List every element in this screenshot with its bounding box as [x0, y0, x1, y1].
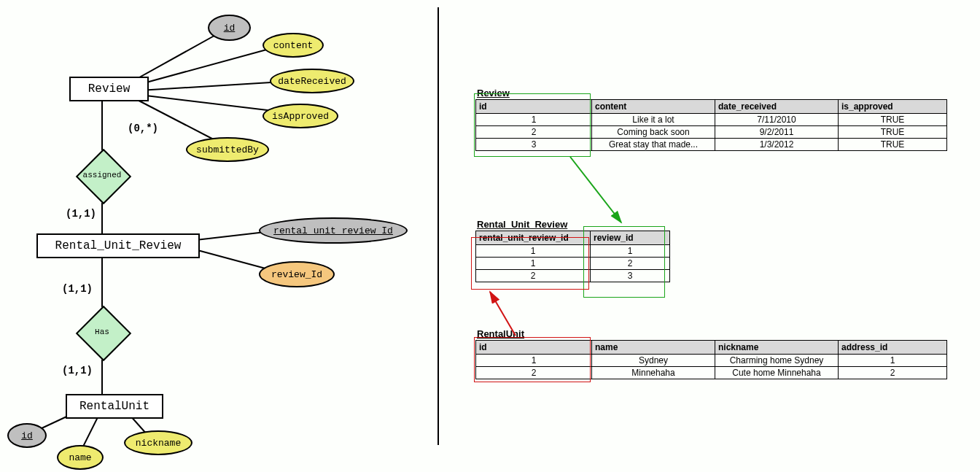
col-header: content: [592, 100, 715, 114]
col-header: id: [476, 341, 592, 355]
col-header: review_id: [591, 231, 670, 245]
attr-ru-name: name: [57, 445, 104, 470]
col-header: id: [476, 100, 592, 114]
table-row: 1 2: [476, 258, 670, 270]
table-row: 2 Coming back soon 9/2/2011 TRUE: [476, 126, 947, 139]
cell: TRUE: [839, 139, 947, 151]
cell: Sydney: [592, 355, 715, 367]
cell: Great stay that made...: [592, 139, 715, 151]
er-diagram-pane: Review Rental_Unit_Review RentalUnit ass…: [0, 0, 438, 472]
table-rur: rental_unit_review_id review_id 1 1 1 2 …: [475, 231, 670, 282]
attr-review-fk: review_Id: [259, 261, 335, 287]
cell: 1/3/2012: [715, 139, 839, 151]
cardinality-has-ru: (1,1): [62, 365, 93, 376]
col-header: nickname: [715, 341, 839, 355]
attr-ru-nickname: nickname: [124, 430, 192, 455]
cell: TRUE: [839, 114, 947, 126]
col-header: name: [592, 341, 715, 355]
relationship-has-label: Has: [95, 328, 109, 336]
cell: Cute home Minnehaha: [715, 367, 839, 379]
cell: Minnehaha: [592, 367, 715, 379]
cell: 7/11/2010: [715, 114, 839, 126]
cell: 2: [476, 126, 592, 139]
col-header: is_approved: [839, 100, 947, 114]
attr-ru-id-label: id: [21, 430, 33, 441]
cell: 1: [839, 355, 947, 367]
table-rur-title: Rental_Unit_Review: [475, 219, 670, 230]
cell: 1: [476, 245, 591, 258]
entity-rental-unit: RentalUnit: [66, 394, 163, 419]
cell: 2: [476, 270, 591, 282]
cell: Like it a lot: [592, 114, 715, 126]
attr-content-label: content: [273, 40, 314, 51]
attr-review-fk-label: review_Id: [271, 269, 322, 280]
attr-review-id: id: [208, 15, 251, 41]
attr-submitted-by-label: submittedBy: [196, 144, 259, 155]
cell: Charming home Sydney: [715, 355, 839, 367]
cell: 1: [476, 258, 591, 270]
table-review-wrap: Review id content date_received is_appro…: [475, 88, 947, 151]
cell: 3: [476, 139, 592, 151]
table-row: 1 Like it a lot 7/11/2010 TRUE: [476, 114, 947, 126]
attr-ru-id: id: [7, 423, 47, 448]
relationship-assigned-label: assigned: [83, 171, 122, 179]
attr-submitted-by: submittedBy: [186, 137, 269, 162]
table-review-title: Review: [475, 88, 947, 98]
table-review: id content date_received is_approved 1 L…: [475, 99, 947, 151]
attr-rur-id: rental_unit_review_Id: [259, 217, 408, 244]
attr-is-approved-label: isApproved: [272, 111, 329, 122]
table-rentalunit-wrap: RentalUnit id name nickname address_id 1…: [475, 328, 947, 379]
svg-line-0: [128, 29, 226, 84]
relationship-assigned: assigned: [77, 150, 128, 201]
cell: 2: [476, 367, 592, 379]
cell: 1: [476, 355, 592, 367]
cell: 9/2/2011: [715, 126, 839, 139]
diagram-container: Review Rental_Unit_Review RentalUnit ass…: [0, 0, 980, 472]
tables-pane: Review id content date_received is_appro…: [439, 0, 980, 472]
table-row-header: id name nickname address_id: [476, 341, 947, 355]
attr-content: content: [262, 33, 324, 58]
entity-rental-unit-review: Rental_Unit_Review: [36, 233, 200, 258]
cell: 2: [591, 258, 670, 270]
cardinality-assigned-rur: (1,1): [66, 208, 96, 220]
attr-date-received: dateReceived: [270, 69, 354, 93]
col-header: address_id: [839, 341, 947, 355]
cell: 2: [839, 367, 947, 379]
table-rentalunit: id name nickname address_id 1 Sydney Cha…: [475, 340, 947, 379]
cell: Coming back soon: [592, 126, 715, 139]
table-row-header: rental_unit_review_id review_id: [476, 231, 670, 245]
table-row: 3 Great stay that made... 1/3/2012 TRUE: [476, 139, 947, 151]
svg-line-1: [128, 44, 288, 88]
table-row: 2 Minnehaha Cute home Minnehaha 2: [476, 367, 947, 379]
attr-ru-nickname-label: nickname: [136, 438, 181, 449]
cardinality-rur-has: (1,1): [62, 283, 93, 295]
col-header: date_received: [715, 100, 839, 114]
table-row: 1 1: [476, 245, 670, 258]
attr-is-approved: isApproved: [262, 104, 338, 128]
entity-review: Review: [69, 77, 149, 101]
cell: 1: [591, 245, 670, 258]
cell: 3: [591, 270, 670, 282]
table-row: 1 Sydney Charming home Sydney 1: [476, 355, 947, 367]
col-header: rental_unit_review_id: [476, 231, 591, 245]
attr-review-id-label: id: [224, 23, 236, 34]
table-rur-wrap: Rental_Unit_Review rental_unit_review_id…: [475, 219, 670, 282]
cell: 1: [476, 114, 592, 126]
attr-rur-id-label: rental_unit_review_Id: [273, 225, 393, 236]
cardinality-review-assigned: (0,*): [128, 123, 158, 134]
attr-ru-name-label: name: [69, 452, 91, 463]
relationship-has: Has: [77, 306, 128, 357]
svg-line-14: [570, 157, 621, 223]
table-rentalunit-title: RentalUnit: [475, 328, 947, 339]
table-row: 2 3: [476, 270, 670, 282]
cell: TRUE: [839, 126, 947, 139]
table-row-header: id content date_received is_approved: [476, 100, 947, 114]
attr-date-received-label: dateReceived: [278, 76, 346, 87]
